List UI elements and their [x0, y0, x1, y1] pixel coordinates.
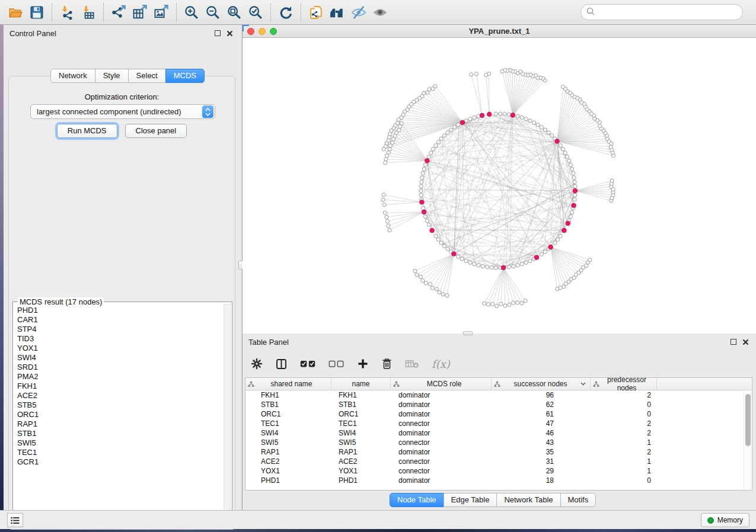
- column-header-successor-nodes[interactable]: successor nodes: [492, 378, 591, 390]
- deselect-checkboxes-icon[interactable]: [328, 359, 344, 368]
- network-graph: [243, 38, 756, 333]
- cytoscape-app: Control Panel Network Style Select MCDS …: [0, 0, 756, 532]
- memory-label: Memory: [717, 516, 743, 524]
- table-cell: 18: [492, 476, 591, 485]
- table-row[interactable]: YOX1YOX1connector291: [245, 466, 744, 476]
- gear-icon[interactable]: [251, 358, 263, 370]
- mcds-result-item[interactable]: TID3: [17, 334, 222, 344]
- tab-network-table[interactable]: Network Table: [496, 493, 560, 507]
- table-row[interactable]: ORC1ORC1dominator610: [245, 409, 744, 419]
- float-window-icon[interactable]: [731, 339, 736, 345]
- toolbar-divider: [52, 4, 52, 21]
- select-all-checkboxes-icon[interactable]: [300, 359, 316, 368]
- table-panel-titlebar: Table Panel: [243, 334, 756, 349]
- mcds-result-item[interactable]: ACE2: [17, 391, 222, 400]
- open-folder-icon[interactable]: [5, 2, 26, 23]
- tab-network[interactable]: Network: [50, 69, 95, 83]
- memory-button[interactable]: Memory: [701, 513, 749, 527]
- table-cell: dominator: [391, 391, 492, 399]
- zoom-out-icon[interactable]: [202, 2, 224, 23]
- table-cell: FKH1: [245, 391, 331, 399]
- copy-network-icon[interactable]: [305, 2, 327, 23]
- export-image-icon[interactable]: [151, 2, 172, 23]
- mcds-result-list[interactable]: PHD1CAR1STP4TID3YOX1SWI4SRD1PMA2FKH1ACE2…: [14, 306, 222, 520]
- table-row[interactable]: STB1STB1dominator620: [245, 400, 744, 409]
- network-canvas[interactable]: [243, 38, 756, 333]
- split-columns-icon[interactable]: [275, 358, 288, 370]
- mcds-result-item[interactable]: STP4: [17, 325, 222, 334]
- task-history-button[interactable]: [7, 513, 23, 527]
- mcds-result-item[interactable]: CAR1: [17, 315, 222, 325]
- tab-motifs[interactable]: Motifs: [560, 493, 596, 507]
- table-row[interactable]: FKH1FKH1dominator962: [245, 390, 744, 400]
- add-icon[interactable]: [357, 358, 369, 370]
- column-header-name[interactable]: name: [331, 378, 391, 390]
- column-header-mcds-role[interactable]: MCDS role: [391, 378, 492, 390]
- zoom-selected-icon[interactable]: [245, 2, 266, 23]
- search-input[interactable]: [599, 8, 737, 17]
- mcds-result-item[interactable]: ORC1: [17, 410, 222, 419]
- export-table-icon[interactable]: [129, 2, 151, 23]
- table-cell: TEC1: [245, 419, 331, 428]
- run-mcds-button[interactable]: Run MCDS: [57, 124, 117, 138]
- mcds-result-item[interactable]: PMA2: [17, 372, 222, 382]
- tab-mcds[interactable]: MCDS: [165, 69, 205, 83]
- mcds-result-item[interactable]: SRD1: [17, 363, 222, 372]
- tab-select[interactable]: Select: [128, 69, 166, 83]
- tab-style[interactable]: Style: [95, 69, 129, 83]
- save-icon[interactable]: [26, 2, 47, 23]
- table-cell: dominator: [391, 410, 492, 418]
- delete-icon[interactable]: [381, 358, 393, 370]
- table-cell: ACE2: [245, 457, 331, 466]
- table-row[interactable]: TEC1TEC1connector472: [245, 419, 744, 428]
- table-panel: Table Panel f(x) shared name name: [243, 334, 756, 510]
- table-cell: 0: [591, 476, 657, 485]
- table-cell: connector: [391, 438, 492, 447]
- table-row[interactable]: RAP1RAP1dominator352: [245, 447, 744, 457]
- table-cell: PHD1: [331, 476, 391, 485]
- optimization-criterion-label: Optimization criterion:: [9, 92, 235, 101]
- network-window-titlebar[interactable]: YPA_prune.txt_1: [243, 25, 756, 38]
- mcds-result-item[interactable]: FKH1: [17, 382, 222, 391]
- tab-edge-table[interactable]: Edge Table: [444, 493, 497, 507]
- export-network-icon[interactable]: [108, 2, 129, 23]
- table-row[interactable]: SWI5SWI5connector431: [245, 438, 744, 447]
- mcds-result-item[interactable]: RAP1: [17, 419, 222, 429]
- column-header-predecessor-nodes[interactable]: predecessor nodes: [591, 378, 657, 390]
- table-row[interactable]: ACE2ACE2connector311: [245, 457, 744, 466]
- close-panel-icon[interactable]: [742, 339, 749, 345]
- mcds-result-item[interactable]: GCR1: [17, 457, 222, 467]
- close-panel-button[interactable]: Close panel: [125, 124, 187, 138]
- table-cell: 0: [591, 400, 657, 409]
- table-row[interactable]: SWI4SWI4dominator462: [245, 428, 744, 438]
- mcds-result-item[interactable]: STB5: [17, 400, 222, 410]
- criterion-dropdown[interactable]: largest connected component (undirected): [30, 104, 215, 119]
- hide-selected-icon[interactable]: [348, 2, 369, 23]
- mcds-result-item[interactable]: STB1: [17, 429, 222, 438]
- close-panel-icon[interactable]: [227, 30, 233, 37]
- tab-node-table[interactable]: Node Table: [390, 493, 444, 507]
- float-window-icon[interactable]: [215, 30, 221, 36]
- mcds-result-item[interactable]: PHD1: [17, 306, 222, 315]
- refresh-icon[interactable]: [275, 2, 296, 23]
- mcds-result-item[interactable]: YOX1: [17, 344, 222, 353]
- zoom-fit-icon[interactable]: [224, 2, 245, 23]
- zoom-in-icon[interactable]: [181, 2, 202, 23]
- column-header-shared-name[interactable]: shared name: [245, 378, 331, 390]
- first-neighbors-icon[interactable]: [327, 2, 348, 23]
- horizontal-splitter-grip[interactable]: [463, 331, 473, 335]
- mcds-result-item[interactable]: SWI5: [17, 438, 222, 448]
- table-scrollbar[interactable]: [744, 391, 751, 489]
- scrollbar-thumb[interactable]: [745, 394, 751, 446]
- mcds-result-item[interactable]: TEC1: [17, 448, 222, 457]
- import-network-icon[interactable]: [56, 2, 78, 23]
- search-box[interactable]: [580, 4, 743, 20]
- show-all-icon[interactable]: [369, 2, 391, 23]
- table-cell: STB1: [245, 400, 331, 409]
- mcds-result-item[interactable]: SWI4: [17, 353, 222, 363]
- import-table-icon[interactable]: [78, 2, 99, 23]
- table-row[interactable]: PHD1PHD1dominator180: [245, 476, 744, 485]
- table-cell: 2: [591, 391, 657, 399]
- network-window: YPA_prune.txt_1: [243, 25, 756, 334]
- mcds-list-scrollbar[interactable]: [224, 304, 231, 520]
